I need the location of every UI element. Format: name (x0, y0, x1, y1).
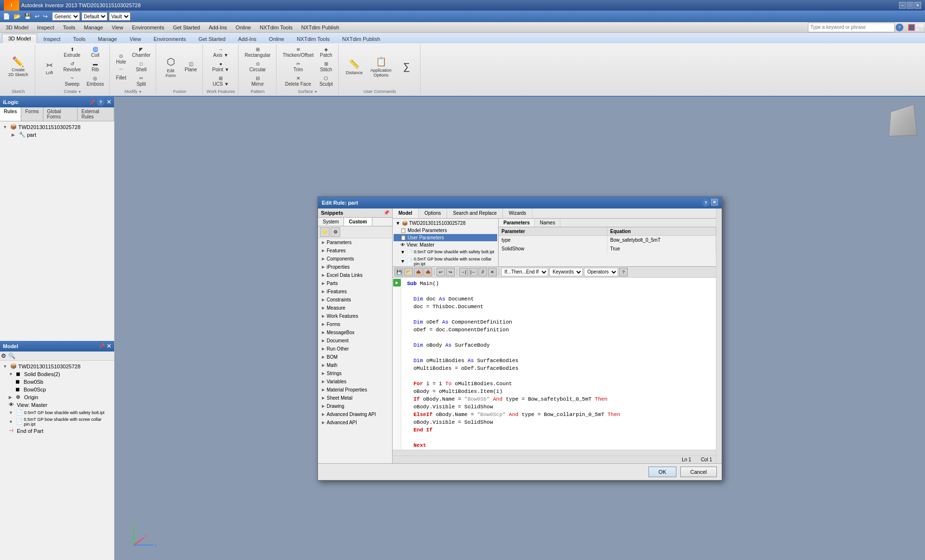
snippet-constraints[interactable]: ▶Constraints (318, 296, 392, 304)
snippet-math[interactable]: ▶Math (318, 361, 392, 369)
menu-environments[interactable]: Environments (128, 24, 168, 31)
snippet-bom[interactable]: ▶BOM (318, 353, 392, 361)
maximize-btn[interactable]: □ (907, 2, 913, 9)
code-btn-export[interactable]: 📤 (414, 268, 423, 276)
model-pin-btn[interactable]: 📌 (99, 343, 105, 349)
qat-redo[interactable]: ↪ (42, 13, 49, 20)
menu-online[interactable]: Online (232, 24, 255, 31)
model-tree-endofpart[interactable]: ⊣ End of Part (2, 427, 112, 435)
dlg-tree-userparams[interactable]: 📋 User Parameters (394, 234, 497, 241)
help-search[interactable] (808, 23, 895, 32)
snippet-drawing[interactable]: ▶Drawing (318, 402, 392, 410)
dialog-tab-wizards[interactable]: Wizards (503, 208, 532, 218)
user-btn[interactable]: 👤 (908, 24, 915, 31)
part-expand[interactable]: ▶ (12, 132, 17, 137)
title-bar-controls[interactable]: ─ □ ✕ (899, 2, 921, 9)
ribbon-tab-tools[interactable]: Tools (67, 34, 92, 43)
coil-btn[interactable]: 🌀 Coil (84, 45, 106, 59)
dialog-help-btn[interactable]: ? (702, 199, 710, 207)
ilogic-help-btn[interactable]: ? (97, 98, 105, 106)
snippet-messagebox[interactable]: ▶MessageBox (318, 328, 392, 337)
snippet-advancedapi[interactable]: ▶Advanced API (318, 418, 392, 427)
snippet-parameters[interactable]: ▶Parameters (318, 238, 392, 247)
formula-btn[interactable]: ∑ (396, 59, 417, 74)
model-close-btn[interactable]: ✕ (106, 343, 111, 350)
ilogic-tree-root[interactable]: ▼ 📦 TWD20130115103025728 (2, 123, 112, 131)
menu-inspect[interactable]: Inspect (33, 24, 58, 31)
menu-addins[interactable]: Add-Ins (205, 24, 231, 31)
vault-dropdown[interactable]: Vault (109, 12, 131, 21)
mirror-btn[interactable]: ⊟ Mirror (242, 74, 273, 88)
dialog-tab-searchreplace[interactable]: Search and Replace (447, 208, 503, 218)
snippet-runother[interactable]: ▶Run Other (318, 345, 392, 353)
close-btn[interactable]: ✕ (914, 2, 921, 9)
fillet-btn[interactable]: ⌒ Fillet (114, 66, 129, 82)
dialog-tab-options[interactable]: Options (419, 208, 447, 218)
snippet-advdrawingapi[interactable]: ▶Advanced Drawing API (318, 410, 392, 418)
stitch-btn[interactable]: ⊞ Stitch (317, 60, 335, 74)
rectangular-btn[interactable]: ⊞ Rectangular (242, 45, 273, 59)
trim-btn[interactable]: ✂ Trim (280, 60, 316, 74)
ilogic-tab-externalrules[interactable]: External Rules (78, 107, 114, 121)
code-btn-comment[interactable]: // (478, 268, 487, 276)
dlg-tree-safetybolt[interactable]: ▼ 📄 0.5mT GP bow shackle with safety bol… (394, 248, 497, 256)
snippets-tab-custom[interactable]: Custom (344, 218, 372, 226)
scheme-dropdown[interactable]: Default (81, 12, 107, 21)
snippet-iproperties[interactable]: ▶iProperties (318, 263, 392, 271)
code-scrollbar-v[interactable] (716, 208, 722, 463)
snippet-ifeatures[interactable]: ▶iFeatures (318, 287, 392, 296)
model-tree-root[interactable]: ▼ 📦 TWD20130115103025728 (2, 363, 112, 370)
rib-btn[interactable]: ▬ Rib (84, 60, 106, 74)
menu-tools[interactable]: Tools (59, 24, 79, 31)
model-filter-btn[interactable]: ⚙ (1, 352, 6, 359)
ucs-btn[interactable]: ⊞ UCS ▼ (210, 74, 232, 88)
shell-btn[interactable]: □ Shell (130, 60, 153, 74)
ribbon-tab-online[interactable]: Online (263, 34, 291, 43)
code-ifthenend-dropdown[interactable]: If...Then...End If (501, 268, 548, 276)
ribbon-tab-manage[interactable]: Manage (92, 34, 123, 43)
dlg-tree-viewmaster[interactable]: 👁 View: Master (394, 241, 497, 248)
qat-new[interactable]: 📄 (2, 13, 11, 20)
snippet-sheetmetal[interactable]: ▶Sheet Metal (318, 394, 392, 402)
dialog-close-btn[interactable]: ✕ (711, 199, 718, 206)
cancel-button[interactable]: Cancel (680, 467, 717, 477)
ribbon-tab-nxtdimtools[interactable]: NXTdim Tools (291, 34, 336, 43)
snippet-parts[interactable]: ▶Parts (318, 279, 392, 287)
qat-save[interactable]: 💾 (23, 13, 32, 20)
snippet-components[interactable]: ▶Components (318, 255, 392, 263)
qat-open[interactable]: 📂 (13, 13, 22, 20)
extrude-btn[interactable]: ⬆ Extrude (61, 45, 83, 59)
split-btn[interactable]: ✂ Split (130, 74, 153, 88)
ok-button[interactable]: OK (648, 467, 676, 477)
param-tab-names[interactable]: Names (535, 219, 560, 227)
delete-face-btn[interactable]: ✕ Delete Face (280, 74, 316, 88)
style-dropdown[interactable]: Generic (52, 12, 80, 21)
menu-nxtdimtools[interactable]: NXTdim Tools (256, 24, 296, 31)
param-tab-parameters[interactable]: Parameters (499, 219, 535, 227)
patch-btn[interactable]: ◈ Patch (317, 45, 335, 59)
model-tree-solidbodies[interactable]: ▼ ◼ Solid Bodies(2) (2, 370, 112, 378)
sculpt-btn[interactable]: ⬡ Sculpt (317, 74, 335, 88)
sweep-btn[interactable]: ~ Sweep (61, 74, 83, 88)
code-btn-uncomment[interactable]: ✕ (488, 268, 497, 276)
dlg-tree-modelparams[interactable]: 📋 Model Parameters (394, 227, 497, 234)
minimize-btn[interactable]: ─ (899, 2, 906, 9)
distance-btn[interactable]: 📏 Distance (343, 57, 366, 77)
dlg-tree-root[interactable]: ▼ 📦 TWD20130115103025728 (394, 220, 497, 227)
root-expand[interactable]: ▼ (3, 125, 9, 130)
code-scrollbar-h[interactable] (393, 450, 716, 456)
snippet-materialprops[interactable]: ▶Material Properties (318, 386, 392, 394)
snippets-btn1[interactable]: ⭐ (320, 227, 330, 237)
app-options-btn[interactable]: 📋 ApplicationOptions (367, 54, 395, 79)
ilogic-tab-globalforms[interactable]: Global Forms (43, 107, 78, 121)
ribbon-tab-inspect[interactable]: Inspect (37, 34, 66, 43)
chamfer-btn[interactable]: ◤ Chamfer (130, 45, 153, 59)
snippet-document[interactable]: ▶Document (318, 337, 392, 345)
ribbon-tab-view[interactable]: View (123, 34, 147, 43)
snippet-workfeatures[interactable]: ▶Work Features (318, 312, 392, 320)
code-btn-indent[interactable]: →| (459, 268, 468, 276)
model-tree-viewmaster[interactable]: 👁 View: Master (2, 401, 112, 409)
menu-getstarted[interactable]: Get Started (169, 24, 204, 31)
snippet-forms[interactable]: ▶Forms (318, 320, 392, 328)
ribbon-tab-getstarted[interactable]: Get Started (192, 34, 232, 43)
